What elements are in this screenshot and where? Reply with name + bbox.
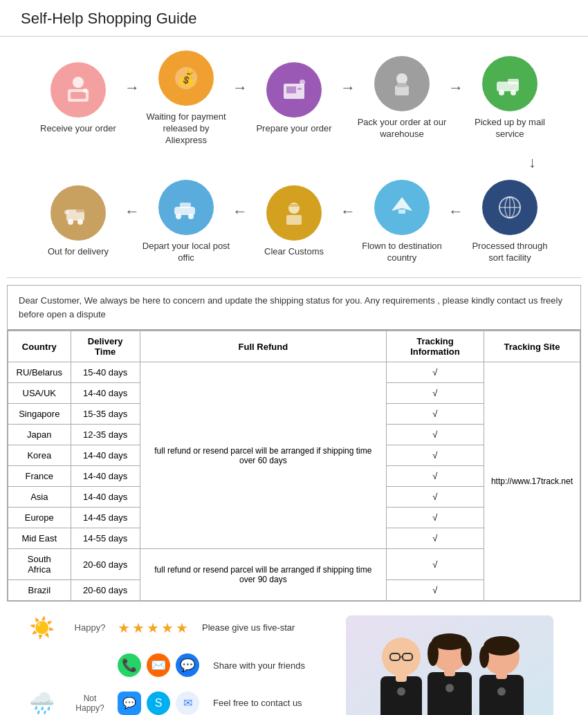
cell-tracking: √ [386,425,484,445]
bottom-section: ☀️ Happy? ★ ★ ★ ★ ★ Please give us five-… [0,602,588,715]
flow-circle-r3 [266,185,322,241]
cell-country: Japan [8,425,71,445]
flow-arrow-4: → [448,79,463,97]
svg-rect-8 [297,88,302,90]
cell-country: Singapore [8,404,71,425]
skype-icon[interactable]: S [147,691,170,715]
flow-item-r5: Processed through sort facility [465,180,555,264]
cell-country: USA/UK [8,383,71,404]
flow-label-r2: Depart your local post offic [141,241,231,264]
flow-section: Receive your order → 💰 Waiting for payme… [0,37,588,277]
flow-item-4: Pack your order at our warehouse [357,56,447,140]
cell-delivery: 15-35 days [71,404,140,425]
col-tracking-info: Tracking Information [386,331,484,362]
svg-point-0 [73,77,84,88]
cell-tracking: √ [386,445,484,466]
flow-circle-r1 [50,185,106,241]
mail-icon[interactable]: ✉ [176,691,199,715]
cell-country: South Africa [8,549,71,580]
cell-tracking: √ [386,549,484,580]
svg-rect-47 [428,672,472,715]
flow-label-r1: Out for delivery [48,246,109,258]
cell-country: Asia [8,487,71,508]
cell-country: Brazil [8,580,71,601]
flow-circle-r4 [374,180,430,235]
shipping-table-wrapper: Country Delivery Time Full Refund Tracki… [7,330,581,602]
cell-delivery: 14-45 days [71,508,140,528]
cell-country: Korea [8,445,71,466]
share-row: 📞 ✉️ 💬 Share with your friends [21,653,332,677]
flow-item-2: 💰 Waiting for payment released by Aliexp… [141,50,231,147]
cell-country: France [8,466,71,487]
phone-icon[interactable]: 📞 [118,653,141,677]
cell-delivery: 14-40 days [71,445,140,466]
svg-point-42 [397,687,405,696]
flow-label-r4: Flown to destination country [357,241,447,264]
svg-point-16 [511,90,516,95]
shipping-table: Country Delivery Time Full Refund Tracki… [8,331,580,601]
svg-point-55 [497,687,506,696]
col-delivery: Delivery Time [71,331,140,362]
chat-icon[interactable]: 💬 [176,653,199,677]
star-3: ★ [147,620,159,636]
svg-rect-30 [398,210,405,214]
svg-rect-23 [180,203,191,208]
flow-arrow-1: → [125,79,140,97]
flow-item-r1: Out for delivery [33,185,123,258]
sun-icon: ☀️ [21,615,62,640]
share-text: Share with your friends [213,660,305,671]
cell-delivery: 20-60 days [71,580,140,601]
flow-item-r3: Clear Customs [249,185,339,258]
svg-rect-41 [396,671,407,682]
flow-label-r5: Processed through sort facility [465,241,555,264]
cell-site: http://www.17track.net [484,362,580,601]
cell-tracking: √ [386,580,484,601]
svg-point-10 [396,73,407,84]
cell-delivery: 14-40 days [71,383,140,404]
five-star-text: Please give us five-star [202,622,295,633]
cell-tracking: √ [386,508,484,528]
flow-row-2: Out for delivery ← Depart your local pos… [7,180,581,264]
flow-arrow-r4: ← [448,203,463,221]
cell-refund-60: full refund or resend parcel will be arr… [140,362,386,549]
flow-item-r2: Depart your local post offic [141,180,231,264]
svg-rect-14 [508,79,519,84]
svg-point-25 [188,214,194,219]
col-tracking-site: Tracking Site [484,331,580,362]
cell-delivery: 14-55 days [71,528,140,549]
team-svg [346,615,553,715]
flow-circle-1 [50,62,106,118]
cell-country: RU/Belarus [8,362,71,383]
flow-label-1: Receive your order [40,123,116,135]
flow-arrow-3: → [340,79,356,97]
page-title: Self-Help Shopping Guide [0,0,588,37]
svg-text:💰: 💰 [177,68,196,87]
flow-label-3: Prepare your order [256,123,331,135]
flow-arrow-2: → [232,79,248,97]
svg-rect-18 [76,207,84,212]
flow-label-5: Picked up by mail service [465,117,555,140]
info-box: Dear Customer, We always be here to conc… [7,285,581,330]
svg-rect-54 [496,669,507,679]
cloud-icon: 🌧️ [21,691,62,715]
svg-rect-28 [289,204,299,207]
contact-icons: 💬 S ✉ [118,691,199,715]
cell-delivery: 15-40 days [71,362,140,383]
flow-label-r3: Clear Customs [264,246,324,258]
messenger-icon[interactable]: 💬 [118,691,141,715]
flow-arrow-r3: ← [340,203,356,221]
divider-1 [7,277,581,278]
team-photo [346,615,553,715]
svg-point-52 [479,646,489,668]
svg-rect-48 [444,667,455,676]
svg-point-24 [176,214,181,219]
flow-item-3: Prepare your order [249,62,339,135]
cell-delivery: 12-35 days [71,425,140,445]
flow-circle-r2 [158,180,214,235]
flow-item-1: Receive your order [33,62,123,135]
cell-delivery: 14-40 days [71,466,140,487]
not-happy-row: 🌧️ Not Happy? 💬 S ✉ Feel free to contact… [21,691,332,715]
svg-point-51 [484,636,520,656]
email-share-icon[interactable]: ✉️ [147,653,170,677]
cell-tracking: √ [386,404,484,425]
